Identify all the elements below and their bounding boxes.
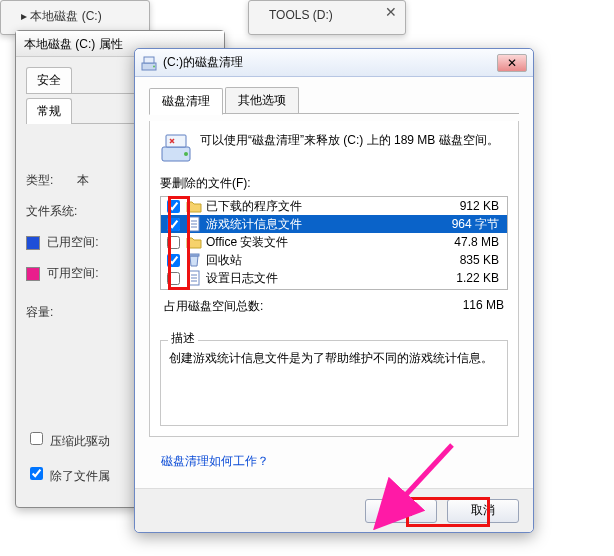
file-row[interactable]: 回收站835 KB	[161, 251, 507, 269]
file-size: 47.8 MB	[433, 235, 503, 249]
bin-icon	[186, 252, 202, 268]
free-color-icon	[26, 267, 40, 281]
file-checkbox[interactable]	[167, 218, 180, 231]
svg-rect-4	[166, 135, 186, 147]
svg-point-2	[153, 65, 155, 67]
file-checkbox[interactable]	[167, 272, 180, 285]
type-label: 类型:	[26, 173, 53, 187]
total-label: 占用磁盘空间总数:	[164, 298, 263, 315]
index-label: 除了文件属	[50, 469, 110, 483]
tab-general[interactable]: 常规	[26, 98, 72, 124]
bg-fragment-d-label: TOOLS (D:)	[249, 1, 405, 22]
used-color-icon	[26, 236, 40, 250]
file-size: 964 字节	[433, 216, 503, 233]
file-row[interactable]: 设置日志文件1.22 KB	[161, 269, 507, 287]
file-checkbox[interactable]	[167, 200, 180, 213]
compress-label: 压缩此驱动	[50, 434, 110, 448]
bg-fragment-c-label: ▸ 本地磁盘 (C:)	[1, 1, 149, 25]
total-value: 116 MB	[463, 298, 504, 315]
type-value: 本	[77, 173, 89, 187]
total-row: 占用磁盘空间总数: 116 MB	[150, 290, 518, 317]
svg-point-5	[184, 152, 188, 156]
cleanup-info-icon	[160, 131, 192, 163]
tab-disk-cleanup[interactable]: 磁盘清理	[149, 88, 223, 115]
cleanup-info-text: 可以使用“磁盘清理”来释放 (C:) 上的 189 MB 磁盘空间。	[200, 131, 499, 149]
file-list[interactable]: 已下载的程序文件912 KB游戏统计信息文件964 字节Office 安装文件4…	[160, 196, 508, 290]
index-checkbox[interactable]	[30, 467, 43, 480]
files-to-delete-label: 要删除的文件(F):	[150, 171, 518, 194]
used-label: 已用空间:	[47, 235, 98, 249]
file-name: 设置日志文件	[206, 270, 433, 287]
tab-more-options[interactable]: 其他选项	[225, 87, 299, 113]
folder-icon	[186, 234, 202, 250]
folder-icon	[186, 198, 202, 214]
file-name: 游戏统计信息文件	[206, 216, 433, 233]
doc-icon	[186, 270, 202, 286]
ok-button[interactable]: 确定	[365, 499, 437, 523]
file-size: 912 KB	[433, 199, 503, 213]
cancel-button[interactable]: 取消	[447, 499, 519, 523]
doc-icon	[186, 216, 202, 232]
file-checkbox[interactable]	[167, 236, 180, 249]
svg-rect-10	[189, 254, 199, 256]
file-size: 1.22 KB	[433, 271, 503, 285]
close-button[interactable]: ✕	[497, 54, 527, 72]
tab-security[interactable]: 安全	[26, 67, 72, 93]
close-icon[interactable]: ✕	[385, 4, 397, 20]
file-checkbox[interactable]	[167, 254, 180, 267]
file-row[interactable]: 已下载的程序文件912 KB	[161, 197, 507, 215]
tab-content: 可以使用“磁盘清理”来释放 (C:) 上的 189 MB 磁盘空间。 要删除的文…	[149, 121, 519, 437]
svg-rect-1	[144, 57, 154, 63]
disk-cleanup-window: (C:)的磁盘清理 ✕ 磁盘清理 其他选项 可以使用“磁盘清理”来释放 (C:)…	[134, 48, 534, 533]
free-label: 可用空间:	[47, 266, 98, 280]
bg-fragment-d-drive: TOOLS (D:) ✕	[248, 0, 406, 35]
compress-checkbox[interactable]	[30, 432, 43, 445]
description-box: 创建游戏统计信息文件是为了帮助维护不同的游戏统计信息。	[160, 340, 508, 426]
file-size: 835 KB	[433, 253, 503, 267]
disk-cleanup-icon	[141, 55, 157, 71]
file-row[interactable]: Office 安装文件47.8 MB	[161, 233, 507, 251]
disk-cleanup-tabs: 磁盘清理 其他选项	[149, 87, 519, 114]
dialog-footer: 确定 取消	[135, 488, 533, 532]
how-it-works-link[interactable]: 磁盘清理如何工作？	[161, 454, 269, 468]
file-name: 回收站	[206, 252, 433, 269]
disk-cleanup-title: (C:)的磁盘清理	[163, 54, 497, 71]
description-label: 描述	[168, 331, 198, 345]
file-name: Office 安装文件	[206, 234, 433, 251]
file-name: 已下载的程序文件	[206, 198, 433, 215]
file-row[interactable]: 游戏统计信息文件964 字节	[161, 215, 507, 233]
disk-cleanup-titlebar[interactable]: (C:)的磁盘清理 ✕	[135, 49, 533, 77]
